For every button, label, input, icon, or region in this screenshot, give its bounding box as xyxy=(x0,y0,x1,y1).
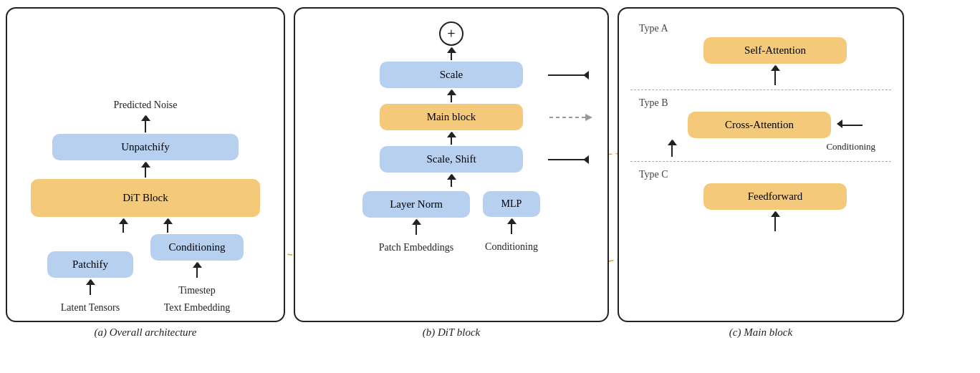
scale-shift-row: Scale, Shift xyxy=(307,146,596,173)
arrow-conditioning-up xyxy=(163,218,172,233)
self-attention-box: Self-Attention xyxy=(703,37,847,64)
conditioning-item: Conditioning Timestep Text Embedding xyxy=(150,234,244,314)
c-conditioning-label: Conditioning xyxy=(826,141,875,152)
panel-b: + Scale xyxy=(294,7,609,322)
panel-b-bottom-row: Layer Norm Patch Embeddings MLP xyxy=(307,191,596,253)
type-b-content: Cross-Attention C xyxy=(639,112,883,158)
arrow-timestep-up xyxy=(193,262,201,278)
type-a-label: Type A xyxy=(639,23,668,34)
b-conditioning-label: Conditioning xyxy=(485,241,538,253)
cross-att-row: Cross-Attention xyxy=(688,112,863,138)
panel-a-bottom-row: Patchify Latent Tensors Conditioning xyxy=(19,234,272,314)
panel-a: Predicted Noise Unpatchify DiT Block xyxy=(6,7,285,322)
layer-norm-col: Layer Norm Patch Embeddings xyxy=(362,191,470,253)
panel-b-caption: (b) DiT block xyxy=(423,326,481,339)
arrow-left-line xyxy=(842,125,863,126)
arrow-feedforward-up xyxy=(771,211,779,231)
dit-block-box: DiT Block xyxy=(31,179,260,217)
cross-attention-box: Cross-Attention xyxy=(688,112,831,138)
patch-embeddings-label: Patch Embeddings xyxy=(379,242,454,253)
arrow-scale-to-plus xyxy=(447,47,456,60)
plus-circle: + xyxy=(439,21,463,46)
patchify-box: Patchify xyxy=(47,251,133,278)
latent-tensors-label: Latent Tensors xyxy=(61,302,120,314)
panel-a-caption: (a) Overall architecture xyxy=(94,326,196,339)
timestep-label: Timestep xyxy=(178,285,216,296)
scale-row: Scale xyxy=(307,62,596,88)
panel-a-content: Predicted Noise Unpatchify DiT Block xyxy=(19,94,272,314)
arrow-left-head xyxy=(837,120,842,131)
panel-b-wrapper: + Scale xyxy=(294,7,609,367)
mlp-col: MLP Conditioning xyxy=(483,191,540,253)
type-c-section: Type C Feedforward xyxy=(630,165,891,233)
arrow-patchify-up xyxy=(119,218,128,233)
conditioning-arrow-row xyxy=(837,120,863,131)
scale-shift-arrow xyxy=(548,155,589,164)
layer-norm-box: Layer Norm xyxy=(362,191,470,218)
type-b-labels: Conditioning xyxy=(668,138,883,158)
arrow-layernorm-to-scaleshift xyxy=(447,174,456,187)
panel-c: Type A Self-Attention Type B xyxy=(618,7,904,322)
divider-bc xyxy=(630,161,891,162)
type-a-content: Self-Attention xyxy=(639,37,883,87)
panel-c-wrapper: Type A Self-Attention Type B xyxy=(618,7,904,367)
panel-c-caption: (c) Main block xyxy=(729,326,792,339)
conditioning-box: Conditioning xyxy=(150,234,244,261)
arrow-main-to-scale xyxy=(447,89,456,102)
text-embedding-label: Text Embedding xyxy=(164,302,231,314)
arrow-ditblock-up xyxy=(141,162,150,178)
gray-dash-arrow xyxy=(546,110,596,125)
unpatchify-box: Unpatchify xyxy=(52,134,239,160)
type-c-label: Type C xyxy=(639,169,668,180)
predicted-noise-label: Predicted Noise xyxy=(113,100,177,111)
arrow-cond-to-mlp xyxy=(507,218,516,234)
divider-ab xyxy=(630,89,891,90)
scale-shift-box: Scale, Shift xyxy=(380,146,523,173)
main-wrapper: Predicted Noise Unpatchify DiT Block xyxy=(0,0,980,373)
svg-marker-4 xyxy=(585,114,592,121)
scale-box: Scale xyxy=(380,62,523,88)
patchify-item: Patchify Latent Tensors xyxy=(47,251,133,314)
panel-b-content: + Scale xyxy=(307,21,596,253)
type-b-label: Type B xyxy=(639,97,668,109)
type-c-content: Feedforward xyxy=(639,183,883,233)
arrow-latent-up xyxy=(86,279,95,295)
arrow-row-a xyxy=(19,217,272,234)
mlp-box: MLP xyxy=(483,191,540,217)
panel-a-wrapper: Predicted Noise Unpatchify DiT Block xyxy=(6,7,285,367)
arrow-self-att-up xyxy=(771,65,779,85)
arrow-cross-att-up xyxy=(668,140,676,157)
arrow-scaleshift-to-main xyxy=(447,132,456,145)
scale-conditioning-arrow xyxy=(548,71,589,79)
b-top-arrows xyxy=(307,46,596,62)
main-block-row: Main block xyxy=(307,104,596,130)
type-b-section: Type B Cross-Attention xyxy=(630,93,891,158)
type-a-section: Type A Self-Attention xyxy=(630,19,891,87)
arrow-patch-to-layernorm xyxy=(412,219,421,235)
main-block-box: Main block xyxy=(380,104,523,130)
arrow-unpatchify-up xyxy=(141,115,150,132)
feedforward-box: Feedforward xyxy=(703,183,847,210)
panel-c-content: Type A Self-Attention Type B xyxy=(630,16,891,233)
